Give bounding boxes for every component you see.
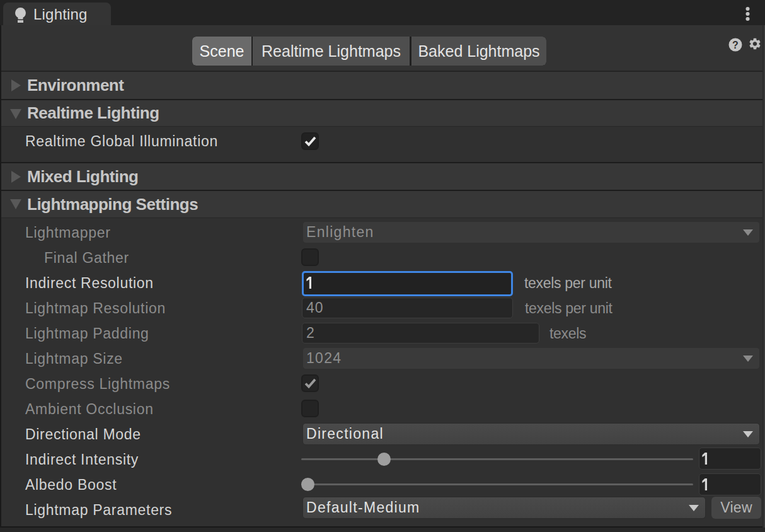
svg-text:?: ? <box>732 40 739 50</box>
